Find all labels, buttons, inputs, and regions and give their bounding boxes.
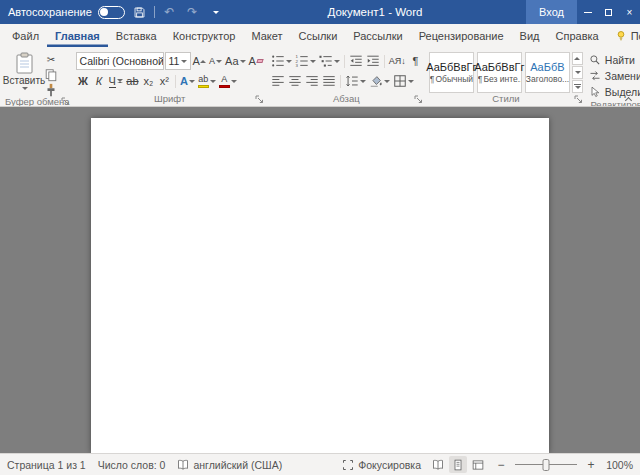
justify-button[interactable] (321, 72, 337, 90)
line-spacing-button[interactable] (344, 72, 367, 90)
align-right-button[interactable] (304, 72, 320, 90)
borders-button[interactable] (392, 72, 415, 90)
customize-quick-access-icon[interactable] (207, 3, 224, 21)
multilevel-list-button[interactable] (318, 52, 341, 70)
chevron-down-icon (181, 60, 187, 63)
font-color-button[interactable]: А (218, 72, 238, 90)
zoom-slider[interactable] (515, 458, 577, 472)
triangle-down-icon (575, 71, 581, 74)
font-size-select[interactable]: 11 (165, 52, 191, 70)
maximize-button[interactable] (598, 0, 619, 24)
styles-scroll-down-button[interactable] (572, 66, 583, 79)
increase-indent-button[interactable] (365, 52, 381, 70)
tab-review[interactable]: Рецензирование (411, 24, 512, 47)
focus-mode-button[interactable]: Фокусировка (342, 459, 421, 471)
paragraph-dialog-launcher[interactable] (414, 95, 423, 104)
maximize-icon (605, 9, 612, 16)
styles-scroll-up-button[interactable] (572, 52, 583, 65)
style-name-label: Заголово... (526, 74, 569, 84)
tab-home[interactable]: Главная (47, 24, 108, 47)
redo-icon[interactable]: ↷ (184, 3, 201, 21)
chevron-down-icon (334, 60, 340, 63)
copy-icon (44, 68, 58, 82)
zoom-out-button[interactable]: − (495, 458, 507, 472)
style-heading1[interactable]: АаБбВ Заголово... (525, 52, 570, 93)
outdent-icon (349, 54, 363, 68)
tab-layout[interactable]: Макет (243, 24, 290, 47)
zoom-knob[interactable] (543, 459, 550, 471)
tab-references[interactable]: Ссылки (291, 24, 346, 47)
style-normal[interactable]: АаБбВвГг ¶Обычный (429, 52, 474, 93)
tell-me-label: Помощь (631, 30, 640, 42)
tab-file[interactable]: Файл (4, 24, 47, 47)
indent-icon (366, 54, 380, 68)
shading-button[interactable] (368, 72, 391, 90)
shrink-font-button[interactable]: А (208, 52, 223, 70)
triangle-down-icon (575, 86, 581, 89)
change-case-button[interactable]: Аа (224, 52, 247, 70)
font-family-select[interactable]: Calibri (Основной (76, 52, 164, 70)
web-layout-button[interactable] (469, 456, 487, 473)
styles-more-button[interactable] (572, 80, 583, 93)
font-dialog-launcher[interactable] (255, 95, 264, 104)
align-left-button[interactable] (270, 72, 286, 90)
grow-font-button[interactable]: А (192, 52, 207, 70)
word-count[interactable]: Число слов: 0 (98, 459, 166, 471)
language-indicator[interactable]: английский (США) (177, 459, 282, 471)
tab-mailings[interactable]: Рассылки (345, 24, 410, 47)
numbering-button[interactable] (294, 52, 317, 70)
style-no-spacing[interactable]: АаБбВвГг ¶Без инте... (477, 52, 522, 93)
replace-button[interactable]: Заменить (589, 69, 640, 83)
clear-formatting-button[interactable]: А (248, 52, 264, 70)
bullets-button[interactable] (270, 52, 293, 70)
align-center-button[interactable] (287, 72, 303, 90)
tab-insert[interactable]: Вставка (108, 24, 165, 47)
format-painter-button[interactable] (43, 83, 59, 96)
show-paragraph-marks-button[interactable]: ¶ (408, 52, 423, 70)
align-center-icon (288, 74, 302, 88)
superscript-button[interactable]: x² (157, 72, 172, 90)
decrease-indent-button[interactable] (348, 52, 364, 70)
autosave-toggle[interactable] (98, 6, 125, 19)
button-divider (384, 55, 385, 68)
strikethrough-button[interactable]: ab (125, 72, 140, 90)
clipboard-dialog-launcher[interactable] (61, 97, 70, 106)
button-divider (340, 75, 341, 88)
view-shortcuts (429, 456, 487, 473)
print-layout-button[interactable] (449, 456, 467, 473)
bold-button[interactable]: Ж (76, 72, 91, 90)
page-indicator[interactable]: Страница 1 из 1 (7, 459, 86, 471)
save-icon[interactable] (131, 3, 148, 21)
quick-access-toolbar: Автосохранение ↶ ↷ (8, 3, 224, 21)
collapse-ribbon-button[interactable] (623, 94, 633, 103)
find-button[interactable]: Найти (589, 53, 640, 67)
highlight-color-button[interactable]: ab (197, 72, 217, 90)
paragraph-group: АЯ↓ ¶ Абзац (267, 49, 426, 106)
zoom-level[interactable]: 100% (605, 459, 633, 471)
tab-help[interactable]: Справка (548, 24, 607, 47)
zoom-in-button[interactable]: + (585, 458, 597, 472)
signin-button[interactable]: Вход (526, 0, 577, 24)
read-mode-button[interactable] (429, 456, 447, 473)
tell-me-button[interactable]: Помощь (607, 24, 640, 47)
focus-label: Фокусировка (358, 459, 421, 471)
subscript-button[interactable]: x₂ (141, 72, 156, 90)
paste-button[interactable]: Вставить (5, 49, 43, 96)
sort-button[interactable]: АЯ↓ (388, 52, 407, 70)
text-effects-button[interactable]: А (179, 72, 196, 90)
underline-button[interactable]: Ч (108, 72, 124, 90)
paragraph-group-label: Абзац (333, 93, 360, 104)
styles-dialog-launcher[interactable] (574, 95, 583, 104)
paste-label: Вставить (3, 75, 45, 86)
italic-button[interactable]: К (92, 72, 107, 90)
styles-group-label: Стили (492, 93, 519, 104)
chevron-down-icon (408, 80, 414, 83)
close-button[interactable]: × (619, 0, 640, 24)
tab-view[interactable]: Вид (512, 24, 548, 47)
document-page[interactable] (91, 118, 549, 453)
undo-icon[interactable]: ↶ (161, 3, 178, 21)
tab-design[interactable]: Конструктор (165, 24, 244, 47)
minimize-button[interactable] (577, 0, 598, 24)
cut-button[interactable]: ✂ (43, 53, 59, 66)
copy-button[interactable] (43, 68, 59, 81)
